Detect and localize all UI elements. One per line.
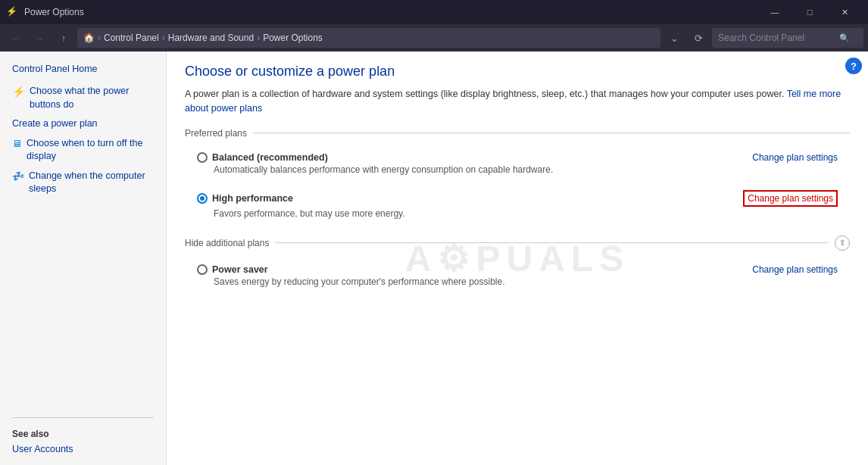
section-line-additional: [275, 242, 829, 243]
sidebar-home[interactable]: Control Panel Home: [0, 61, 166, 82]
plan-balanced-title: Balanced (recommended): [212, 152, 328, 163]
sidebar-item-power-buttons-label: Choose what the power buttons do: [30, 85, 154, 111]
plan-power-saver-left: Power saver: [197, 264, 268, 275]
refresh-button[interactable]: ⟳: [688, 27, 709, 48]
sidebar-user-accounts[interactable]: User Accounts: [0, 442, 166, 456]
breadcrumb-hardware-sound[interactable]: Hardware and Sound: [168, 33, 254, 43]
search-box: 🔍: [712, 28, 863, 48]
plan-balanced: Balanced (recommended) Change plan setti…: [185, 146, 850, 181]
page-title: Choose or customize a power plan: [185, 64, 850, 80]
help-button[interactable]: ?: [845, 58, 862, 74]
plan-high-performance-title: High performance: [212, 193, 293, 204]
section-line-preferred: [253, 133, 850, 133]
breadcrumb-power-options[interactable]: Power Options: [263, 33, 323, 43]
back-button[interactable]: ←: [5, 27, 26, 48]
plan-power-saver-change-link[interactable]: Change plan settings: [752, 264, 838, 275]
sidebar-nav: Control Panel Home ⚡ Choose what the pow…: [0, 61, 166, 410]
plan-high-performance-radio[interactable]: [197, 193, 208, 204]
hide-additional-label: Hide additional plans: [185, 238, 269, 248]
additional-plans-header: Hide additional plans ⇧: [185, 236, 850, 251]
sleep-icon: 💤: [12, 170, 24, 183]
window-title: Power Options: [24, 7, 757, 17]
app-icon: ⚡: [6, 6, 18, 18]
main-layout: Control Panel Home ⚡ Choose what the pow…: [0, 51, 868, 465]
breadcrumb-control-panel[interactable]: Control Panel: [104, 33, 159, 43]
up-button[interactable]: ↑: [53, 27, 74, 48]
sidebar-item-power-buttons[interactable]: ⚡ Choose what the power buttons do: [0, 82, 166, 114]
maximize-button[interactable]: □: [792, 0, 827, 24]
breadcrumb-sep-1: ›: [162, 33, 165, 43]
plan-power-saver-radio[interactable]: [197, 264, 208, 275]
plan-balanced-change-link[interactable]: Change plan settings: [752, 152, 838, 163]
content-description: A power plan is a collection of hardware…: [185, 87, 850, 116]
content-area: ? Choose or customize a power plan A pow…: [167, 51, 868, 465]
window-controls: — □ ✕: [757, 0, 862, 24]
plan-high-performance-left: High performance: [197, 193, 293, 204]
plan-balanced-left: Balanced (recommended): [197, 152, 328, 163]
sidebar-item-display[interactable]: 🖥 Choose when to turn off the display: [0, 134, 166, 167]
preferred-plans-header: Preferred plans: [185, 128, 850, 139]
search-icon: 🔍: [839, 33, 850, 43]
plan-balanced-radio[interactable]: [197, 152, 208, 163]
breadcrumb-icon[interactable]: 🏠: [83, 33, 95, 43]
collapse-arrow[interactable]: ⇧: [835, 236, 850, 251]
titlebar: ⚡ Power Options — □ ✕: [0, 0, 868, 24]
plan-high-performance-header: High performance Change plan settings: [197, 190, 838, 207]
power-buttons-icon: ⚡: [12, 85, 25, 100]
dropdown-button[interactable]: ⌄: [663, 27, 685, 48]
search-input[interactable]: [718, 33, 839, 43]
description-text: A power plan is a collection of hardware…: [185, 89, 784, 99]
address-path: 🏠 › Control Panel › Hardware and Sound ›…: [77, 28, 660, 48]
sidebar-see-also-label: See also: [0, 426, 166, 442]
plan-high-performance-change-link[interactable]: Change plan settings: [743, 190, 838, 207]
sidebar-item-sleep-label: Change when the computer sleeps: [29, 170, 154, 196]
breadcrumb-sep-2: ›: [257, 33, 260, 43]
preferred-plans-label: Preferred plans: [185, 128, 247, 139]
plan-power-saver-header: Power saver Change plan settings: [197, 264, 838, 275]
close-button[interactable]: ✕: [827, 0, 862, 24]
monitor-icon: 🖥: [12, 137, 22, 151]
sidebar-divider: [12, 417, 154, 418]
breadcrumb-sep-0: ›: [98, 33, 101, 43]
sidebar-item-create-plan[interactable]: Create a power plan: [0, 114, 166, 134]
plan-high-performance: High performance Change plan settings Fa…: [185, 184, 850, 225]
addressbar: ← → ↑ 🏠 › Control Panel › Hardware and S…: [0, 24, 868, 51]
forward-button[interactable]: →: [29, 27, 50, 48]
sidebar-bottom: See also User Accounts: [0, 410, 166, 456]
plan-power-saver-title: Power saver: [212, 264, 268, 275]
minimize-button[interactable]: —: [757, 0, 792, 24]
sidebar: Control Panel Home ⚡ Choose what the pow…: [0, 51, 167, 465]
plan-balanced-desc: Automatically balances performance with …: [214, 164, 838, 175]
sidebar-item-sleep[interactable]: 💤 Change when the computer sleeps: [0, 167, 166, 199]
plan-balanced-header: Balanced (recommended) Change plan setti…: [197, 152, 838, 163]
plan-high-performance-desc: Favors performance, but may use more ene…: [214, 208, 838, 219]
plan-power-saver: Power saver Change plan settings Saves e…: [185, 258, 850, 293]
plan-power-saver-desc: Saves energy by reducing your computer's…: [214, 276, 838, 287]
sidebar-item-display-label: Choose when to turn off the display: [27, 137, 154, 164]
